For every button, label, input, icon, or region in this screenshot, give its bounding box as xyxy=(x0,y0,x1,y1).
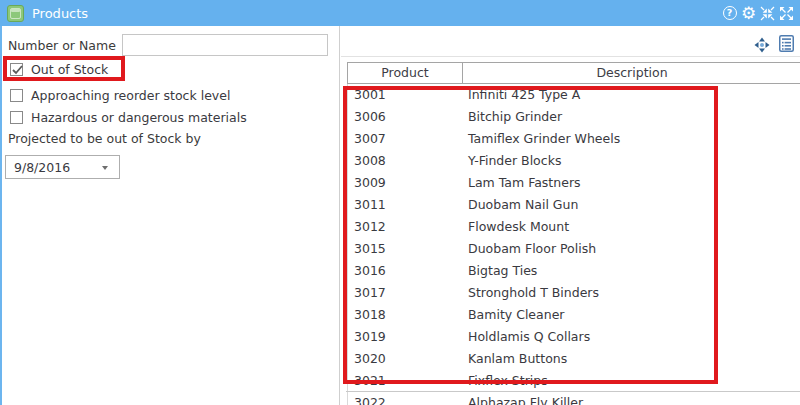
table-row[interactable]: 3019Holdlamis Q Collars xyxy=(348,326,800,348)
product-cell: 3006 xyxy=(348,106,463,128)
product-cell: 3020 xyxy=(348,348,463,370)
chevron-down-icon xyxy=(102,166,108,170)
page-title: Products xyxy=(32,6,88,21)
table-row[interactable]: 3011Duobam Nail Gun xyxy=(348,194,800,216)
product-cell: 3009 xyxy=(348,172,463,194)
description-cell: Duobam Nail Gun xyxy=(463,194,800,216)
description-cell: Lam Tam Fastners xyxy=(463,172,800,194)
table-row[interactable]: 3016Bigtag Ties xyxy=(348,260,800,282)
product-cell: 3007 xyxy=(348,128,463,150)
products-app-icon xyxy=(7,5,24,22)
description-column-header[interactable]: Description xyxy=(463,63,800,83)
product-cell: 3008 xyxy=(348,150,463,172)
grid-row-separator xyxy=(346,391,800,392)
settings-button[interactable]: ⚙ xyxy=(739,4,758,22)
product-cell: 3001 xyxy=(348,84,463,106)
projected-out-of-stock-label: Projected to be out of Stock by xyxy=(8,131,201,146)
move-arrows-icon xyxy=(754,37,770,53)
gear-icon: ⚙ xyxy=(741,5,756,22)
table-row[interactable]: 3007Tamiflex Grinder Wheels xyxy=(348,128,800,150)
list-view-button[interactable] xyxy=(779,35,794,52)
grid-header: Product Description xyxy=(347,62,800,84)
description-cell: Stronghold T Binders xyxy=(463,282,800,304)
approaching-reorder-checkbox[interactable] xyxy=(10,89,23,102)
description-cell: Fixflex Strips xyxy=(463,370,800,392)
product-column-header[interactable]: Product xyxy=(348,63,463,83)
product-cell: 3011 xyxy=(348,194,463,216)
out-of-stock-label: Out of Stock xyxy=(31,62,108,77)
table-row[interactable]: 3015Duobam Floor Polish xyxy=(348,238,800,260)
description-cell: Flowdesk Mount xyxy=(463,216,800,238)
checkmark-icon xyxy=(11,63,24,76)
approaching-reorder-checkbox-row[interactable]: Approaching reorder stock level xyxy=(10,88,230,103)
toolbar-separator xyxy=(341,56,800,57)
description-cell: Tamiflex Grinder Wheels xyxy=(463,128,800,150)
description-cell: Infiniti 425 Type A xyxy=(463,84,800,106)
products-grid: Product Description 3001Infiniti 425 Typ… xyxy=(347,62,800,405)
table-row[interactable]: 3017Stronghold T Binders xyxy=(348,282,800,304)
out-of-stock-checkbox-row[interactable]: Out of Stock xyxy=(10,62,108,77)
table-row[interactable]: 3020Kanlam Buttons xyxy=(348,348,800,370)
product-cell: 3012 xyxy=(348,216,463,238)
product-cell: 3016 xyxy=(348,260,463,282)
products-panel: Product Description 3001Infiniti 425 Typ… xyxy=(341,26,800,405)
expand-button[interactable] xyxy=(777,4,796,22)
out-of-stock-checkbox[interactable] xyxy=(10,63,23,76)
description-cell: Duobam Floor Polish xyxy=(463,238,800,260)
description-cell: Y-Finder Blocks xyxy=(463,150,800,172)
table-row[interactable]: 3008Y-Finder Blocks xyxy=(348,150,800,172)
table-row[interactable]: 3022Alphazap Fly Killer xyxy=(348,392,800,405)
table-row[interactable]: 3018Bamity Cleaner xyxy=(348,304,800,326)
hazardous-materials-checkbox-row[interactable]: Hazardous or dangerous materials xyxy=(10,110,247,125)
description-cell: Bamity Cleaner xyxy=(463,304,800,326)
table-row[interactable]: 3001Infiniti 425 Type A xyxy=(348,84,800,106)
filter-panel: Number or Name Out of Stock Approaching … xyxy=(2,26,340,405)
approaching-reorder-label: Approaching reorder stock level xyxy=(31,88,230,103)
hazardous-materials-label: Hazardous or dangerous materials xyxy=(31,110,247,125)
description-cell: Kanlam Buttons xyxy=(463,348,800,370)
number-or-name-label: Number or Name xyxy=(8,38,116,53)
product-cell: 3018 xyxy=(348,304,463,326)
description-cell: Holdlamis Q Collars xyxy=(463,326,800,348)
titlebar: Products ? ⚙ xyxy=(0,0,800,26)
number-or-name-input[interactable] xyxy=(122,34,328,56)
description-cell: Alphazap Fly Killer xyxy=(463,392,800,405)
help-button[interactable]: ? xyxy=(720,4,739,22)
product-cell: 3022 xyxy=(348,392,463,405)
list-icon xyxy=(779,35,794,52)
description-cell: Bitchip Grinder xyxy=(463,106,800,128)
description-cell: Bigtag Ties xyxy=(463,260,800,282)
collapse-arrows-icon xyxy=(760,6,775,21)
product-cell: 3015 xyxy=(348,238,463,260)
collapse-button[interactable] xyxy=(758,4,777,22)
projected-date-value: 9/8/2016 xyxy=(14,160,70,175)
projected-date-dropdown[interactable]: 9/8/2016 xyxy=(5,155,120,179)
table-row[interactable]: 3012Flowdesk Mount xyxy=(348,216,800,238)
product-cell: 3021 xyxy=(348,370,463,392)
hazardous-materials-checkbox[interactable] xyxy=(10,111,23,124)
move-button[interactable] xyxy=(754,37,770,53)
table-body: 3001Infiniti 425 Type A3006Bitchip Grind… xyxy=(347,84,800,405)
table-row[interactable]: 3006Bitchip Grinder xyxy=(348,106,800,128)
product-cell: 3017 xyxy=(348,282,463,304)
help-icon: ? xyxy=(723,6,737,20)
table-row[interactable]: 3021Fixflex Strips xyxy=(348,370,800,392)
table-row[interactable]: 3009Lam Tam Fastners xyxy=(348,172,800,194)
expand-arrows-icon xyxy=(779,6,794,21)
product-cell: 3019 xyxy=(348,326,463,348)
